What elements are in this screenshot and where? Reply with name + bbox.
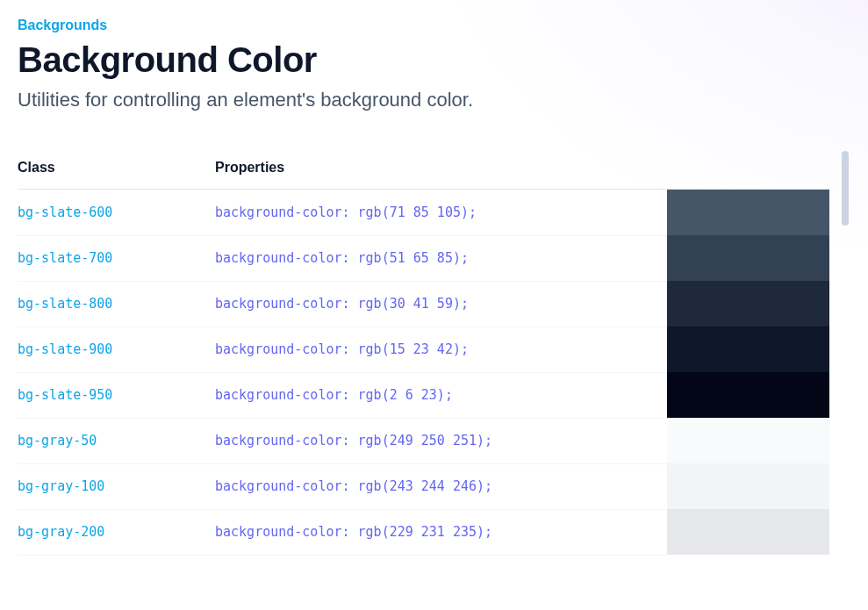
property-cell: background-color: rgb(229 231 235);	[215, 509, 667, 555]
swatch-cell	[667, 418, 829, 463]
swatch-cell	[667, 235, 829, 281]
swatch-cell	[667, 372, 829, 418]
class-name-cell: bg-slate-700	[18, 235, 215, 281]
column-header-swatch	[667, 151, 829, 190]
color-swatch	[667, 372, 829, 418]
table-row: bg-gray-200background-color: rgb(229 231…	[18, 509, 829, 555]
class-name-cell: bg-slate-950	[18, 372, 215, 418]
property-cell: background-color: rgb(243 244 246);	[215, 463, 667, 509]
swatch-cell	[667, 327, 829, 372]
table-row: bg-slate-900background-color: rgb(15 23 …	[18, 327, 829, 372]
property-cell: background-color: rgb(249 250 251);	[215, 418, 667, 463]
property-cell: background-color: rgb(71 85 105);	[215, 190, 667, 236]
class-name-cell: bg-slate-800	[18, 281, 215, 327]
color-swatch	[667, 235, 829, 281]
class-name-cell: bg-gray-100	[18, 463, 215, 509]
table-row: bg-slate-600background-color: rgb(71 85 …	[18, 190, 829, 236]
column-header-class: Class	[18, 151, 215, 190]
color-swatch	[667, 327, 829, 372]
swatch-cell	[667, 281, 829, 327]
scrollbar-thumb[interactable]	[842, 151, 849, 226]
page-subtitle: Utilities for controlling an element's b…	[18, 89, 850, 111]
class-name-cell: bg-gray-200	[18, 509, 215, 555]
swatch-cell	[667, 463, 829, 509]
class-name-cell: bg-slate-900	[18, 327, 215, 372]
property-cell: background-color: rgb(30 41 59);	[215, 281, 667, 327]
class-name-cell: bg-slate-600	[18, 190, 215, 236]
page-title: Background Color	[18, 40, 850, 80]
color-swatch	[667, 190, 829, 235]
column-header-properties: Properties	[215, 151, 667, 190]
property-cell: background-color: rgb(2 6 23);	[215, 372, 667, 418]
property-cell: background-color: rgb(15 23 42);	[215, 327, 667, 372]
class-name-cell: bg-gray-50	[18, 418, 215, 463]
table-row: bg-slate-800background-color: rgb(30 41 …	[18, 281, 829, 327]
swatch-cell	[667, 509, 829, 555]
table-row: bg-slate-950background-color: rgb(2 6 23…	[18, 372, 829, 418]
table-row: bg-slate-700background-color: rgb(51 65 …	[18, 235, 829, 281]
property-cell: background-color: rgb(51 65 85);	[215, 235, 667, 281]
table-wrapper: Class Properties bg-slate-600background-…	[18, 151, 850, 556]
table-row: bg-gray-50background-color: rgb(249 250 …	[18, 418, 829, 463]
color-swatch	[667, 281, 829, 327]
color-swatch	[667, 509, 829, 555]
swatch-cell	[667, 190, 829, 236]
color-swatch	[667, 463, 829, 509]
table-row: bg-gray-100background-color: rgb(243 244…	[18, 463, 829, 509]
page-container: Backgrounds Background Color Utilities f…	[0, 0, 868, 573]
utilities-table: Class Properties bg-slate-600background-…	[18, 151, 829, 556]
color-swatch	[667, 418, 829, 463]
category-link[interactable]: Backgrounds	[18, 18, 107, 33]
